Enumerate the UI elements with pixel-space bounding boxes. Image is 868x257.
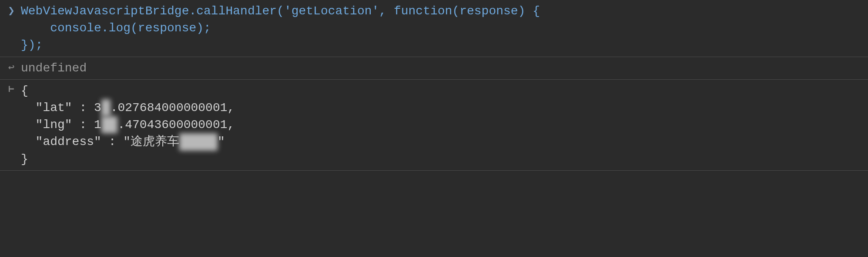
log-source-icon: ⊢	[4, 82, 18, 97]
console-return-row: ↩︎ undefined	[0, 57, 868, 80]
return-value-text: undefined	[18, 60, 864, 77]
log-close-brace: }	[21, 152, 28, 166]
log-lat-rest: .027684000000001,	[111, 101, 235, 115]
return-arrow-icon: ↩︎	[4, 60, 18, 75]
redacted-address-text: 玛莎拉	[179, 133, 218, 150]
log-output-block: { "lat" : 31.027684000000001, "lng" : 12…	[18, 82, 864, 168]
log-lat-key: "lat" : 3	[21, 101, 101, 115]
redacted-lat-digit: 1	[101, 99, 111, 116]
log-lng-key: "lng" : 1	[21, 118, 101, 132]
code-line-2: console.log(response);	[21, 21, 211, 35]
chevron-right-icon: ❯	[4, 3, 18, 19]
log-address-key: "address" : "途虎养车	[21, 135, 179, 149]
redacted-lng-digit: 21	[101, 116, 118, 133]
console-input-code: WebViewJavascriptBridge.callHandler('get…	[18, 3, 864, 54]
code-line-3: });	[21, 38, 43, 52]
log-lng-rest: .47043600000001,	[117, 118, 235, 132]
log-open-brace: {	[21, 84, 28, 98]
code-line-1: WebViewJavascriptBridge.callHandler('get…	[21, 4, 540, 18]
log-address-rest: "	[218, 135, 225, 149]
console-log-row: ⊢ { "lat" : 31.027684000000001, "lng" : …	[0, 80, 868, 171]
console-input-row[interactable]: ❯ WebViewJavascriptBridge.callHandler('g…	[0, 0, 868, 57]
